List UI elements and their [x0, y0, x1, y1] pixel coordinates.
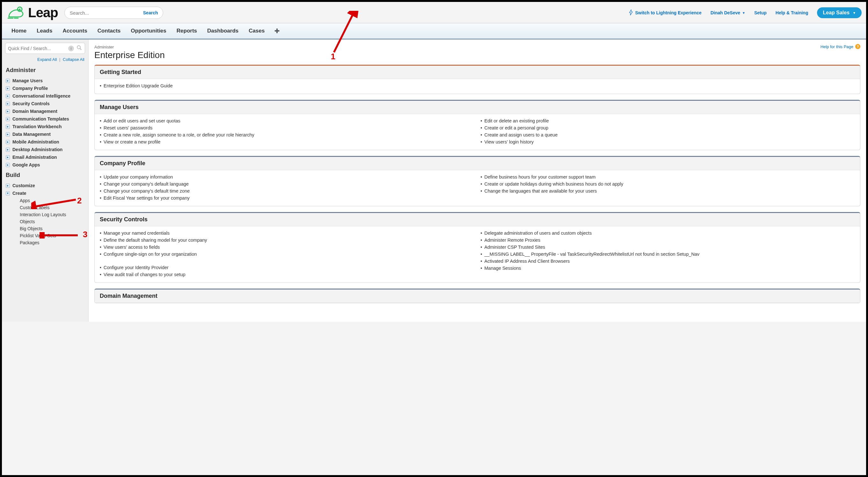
list-item[interactable]: Change your company's default language	[100, 180, 474, 187]
help-label: Help & Training	[776, 10, 808, 15]
page-title: Enterprise Edition	[94, 50, 860, 60]
expand-icon	[6, 184, 10, 188]
annotation-2: 2	[77, 196, 82, 206]
list-item[interactable]: Edit Fiscal Year settings for your compa…	[100, 195, 474, 202]
global-search[interactable]: Search	[64, 7, 163, 19]
app-name: Leap Sales	[823, 10, 849, 16]
sidebar-item-email-administration[interactable]: Email Administration	[5, 153, 85, 161]
sidebar-item-communication-templates[interactable]: Communication Templates	[5, 115, 85, 123]
card-head: Manage Users	[95, 101, 860, 114]
list-item[interactable]: Manage your named credentials	[100, 230, 474, 237]
list-item[interactable]: Define business hours for your customer …	[480, 174, 855, 180]
list-item[interactable]: Create or edit a personal group	[480, 124, 855, 131]
expand-icon	[6, 94, 10, 98]
tab-dashboards[interactable]: Dashboards	[202, 23, 243, 38]
tab-cases[interactable]: Cases	[244, 23, 270, 38]
expand-icon	[6, 109, 10, 114]
search-icon[interactable]	[76, 45, 82, 52]
list-item[interactable]: Create or update holidays during which b…	[480, 180, 855, 187]
svg-line-3	[80, 49, 82, 50]
card-manage-users: Manage Users Add or edit users and set u…	[94, 100, 860, 150]
tab-contacts[interactable]: Contacts	[92, 23, 126, 38]
sidebar-item-translation-workbench[interactable]: Translation Workbench	[5, 123, 85, 130]
tab-accounts[interactable]: Accounts	[57, 23, 92, 38]
top-bar: Leap Search Switch to Lightning Experien…	[2, 2, 866, 23]
list-item[interactable]: View users' access to fields	[100, 244, 474, 250]
sidebar-item-desktop-administration[interactable]: Desktop Administration	[5, 146, 85, 153]
help-for-page-link[interactable]: Help for this Page ?	[820, 44, 860, 49]
tab-reports[interactable]: Reports	[172, 23, 202, 38]
tab-opportunities[interactable]: Opportunities	[126, 23, 172, 38]
list-item[interactable]: View or create a new profile	[100, 139, 474, 145]
sidebar-sub-packages[interactable]: Packages	[5, 239, 85, 246]
list-item[interactable]: Delegate administration of users and cus…	[480, 230, 855, 237]
sidebar-item-google-apps[interactable]: Google Apps	[5, 161, 85, 169]
main-tab-bar: Home Leads Accounts Contacts Opportuniti…	[2, 23, 866, 39]
setup-link[interactable]: Setup	[754, 10, 767, 15]
expand-icon	[6, 117, 10, 121]
list-item[interactable]: Change your company's default time zone	[100, 187, 474, 195]
list-item[interactable]: Update your company information	[100, 174, 474, 180]
search-button[interactable]: Search	[140, 8, 161, 17]
list-item[interactable]: Edit or delete an existing profile	[480, 117, 855, 124]
logo: Leap	[6, 5, 58, 21]
search-input[interactable]	[70, 10, 140, 16]
card-head: Security Controls	[95, 213, 860, 227]
collapse-all-link[interactable]: Collapse All	[63, 57, 85, 62]
list-item[interactable]: Activated IP Address And Client Browsers	[480, 258, 855, 265]
list-item[interactable]: Configure single-sign on for your organi…	[100, 250, 474, 258]
expand-all-link[interactable]: Expand All	[37, 57, 57, 62]
sidebar-sub-apps[interactable]: Apps	[5, 197, 85, 204]
list-item[interactable]: View users' login history	[480, 139, 855, 145]
expand-collapse-links: Expand All | Collapse All	[5, 57, 85, 62]
chevron-down-icon: ▼	[853, 11, 856, 15]
tab-home[interactable]: Home	[6, 23, 32, 38]
card-getting-started: Getting Started Enterprise Edition Upgra…	[94, 65, 860, 94]
logo-text: Leap	[28, 5, 58, 21]
sidebar-sub-interaction-log-layouts[interactable]: Interaction Log Layouts	[5, 211, 85, 218]
tab-add[interactable]: ✚	[270, 27, 284, 35]
list-item[interactable]: Create and assign users to a queue	[480, 131, 855, 139]
list-item[interactable]: Create a new role, assign someone to a r…	[100, 131, 474, 139]
list-item[interactable]: Change the languages that are available …	[480, 187, 855, 195]
help-training-link[interactable]: Help & Training	[776, 10, 808, 15]
sidebar-item-manage-users[interactable]: Manage Users	[5, 77, 85, 85]
expand-icon	[6, 155, 10, 159]
list-item[interactable]: Manage Sessions	[480, 265, 855, 272]
lightning-icon	[629, 9, 633, 16]
quick-find[interactable]: i	[5, 43, 85, 54]
sidebar-sub-big-objects[interactable]: Big Objects	[5, 225, 85, 232]
sidebar-item-security-controls[interactable]: Security Controls	[5, 100, 85, 108]
quick-find-input[interactable]	[8, 46, 66, 51]
sidebar-item-domain-management[interactable]: Domain Management	[5, 108, 85, 115]
sidebar-item-data-management[interactable]: Data Management	[5, 130, 85, 138]
expand-icon	[6, 140, 10, 144]
user-name: Dinah DeSeve	[711, 10, 740, 15]
list-item[interactable]: Configure your Identity Provider	[100, 264, 474, 271]
sidebar-item-conversational-intelligence[interactable]: Conversational Intelligence	[5, 92, 85, 100]
sidebar-item-customize[interactable]: Customize	[5, 182, 85, 189]
list-item[interactable]: Administer CSP Trusted Sites	[480, 244, 855, 250]
annotation-1: 1	[331, 52, 335, 62]
list-item[interactable]: Add or edit users and set user quotas	[100, 117, 474, 124]
setup-label: Setup	[754, 10, 767, 15]
user-menu[interactable]: Dinah DeSeve ▼	[711, 10, 745, 15]
sidebar-sub-objects[interactable]: Objects	[5, 218, 85, 225]
breadcrumb: Administer	[94, 44, 860, 50]
list-item[interactable]: View audit trail of changes to your setu…	[100, 271, 474, 278]
list-item[interactable]: Reset users' passwords	[100, 124, 474, 131]
tab-leads[interactable]: Leads	[32, 23, 57, 38]
sidebar-sub-picklist-value-sets[interactable]: Picklist Value Sets	[5, 232, 85, 239]
app-switcher[interactable]: Leap Sales ▼	[817, 7, 862, 18]
sidebar-item-create[interactable]: Create	[5, 189, 85, 197]
sidebar-item-company-profile[interactable]: Company Profile	[5, 85, 85, 92]
link-upgrade-guide[interactable]: Enterprise Edition Upgrade Guide	[100, 82, 855, 89]
list-item[interactable]: Administer Remote Proxies	[480, 237, 855, 244]
list-item[interactable]: Define the default sharing model for you…	[100, 237, 474, 244]
list-item[interactable]: __MISSING LABEL__ PropertyFile - val Tas…	[480, 250, 855, 258]
sidebar-item-mobile-administration[interactable]: Mobile Administration	[5, 138, 85, 146]
chevron-down-icon: ▼	[742, 11, 745, 15]
switch-to-lightning-link[interactable]: Switch to Lightning Experience	[629, 9, 701, 16]
info-icon: i	[68, 46, 74, 51]
sidebar-sub-custom-labels[interactable]: Custom Labels	[5, 204, 85, 211]
